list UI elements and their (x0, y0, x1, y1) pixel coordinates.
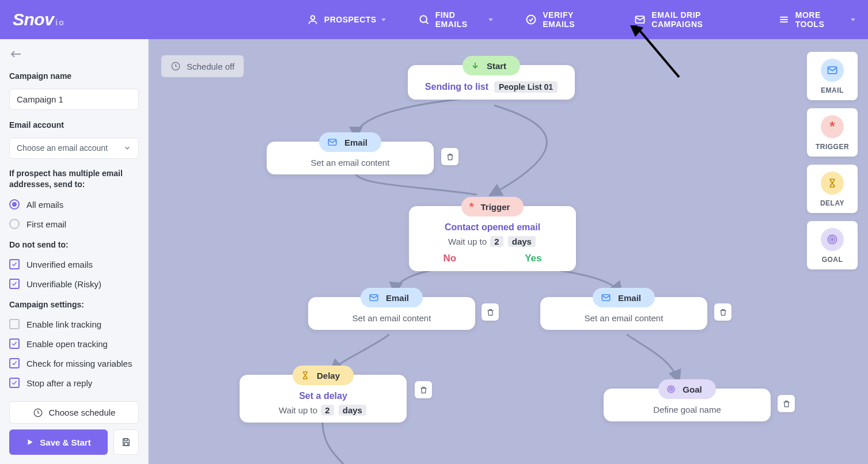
menu-icon (778, 14, 790, 25)
node-header-delay: Delay (293, 366, 354, 385)
check-label: Check for missing variables (26, 359, 132, 368)
mail-icon (601, 292, 611, 303)
node-email-1[interactable]: Email Set an email content (267, 142, 434, 174)
trash-icon (719, 308, 727, 317)
nav-items: PROSPECTS FIND EMAILS VERIFY EMAILS EMAI… (307, 10, 855, 29)
choose-schedule-label: Choose schedule (49, 408, 116, 417)
logo[interactable]: Snovio (13, 10, 65, 29)
check-unverified[interactable]: Unverified emails (9, 257, 139, 271)
check-label: Unverified emails (26, 260, 93, 269)
svg-point-19 (670, 389, 672, 390)
trash-email-3[interactable] (714, 303, 731, 321)
caret-icon (381, 18, 386, 21)
trash-icon (486, 308, 495, 317)
trigger-wait-prefix: Wait up to (448, 237, 487, 246)
node-header-label: Email (386, 293, 409, 303)
check-circle-icon (525, 14, 537, 25)
svg-point-23 (832, 239, 833, 241)
toolbox: EMAIL * TRIGGER DELAY GOAL (807, 52, 858, 269)
person-icon (307, 14, 319, 25)
svg-point-1 (420, 16, 427, 22)
node-start-list: People List 01 (494, 81, 558, 93)
delay-wait-unit: days (339, 405, 366, 416)
check-open-tracking[interactable]: Enable open tracking (9, 337, 139, 351)
check-missing-vars[interactable]: Check for missing variables (9, 356, 139, 370)
check-unverifiable[interactable]: Unverifiable (Risky) (9, 277, 139, 291)
tool-goal[interactable]: GOAL (807, 221, 858, 269)
arrow-down-icon (471, 61, 480, 70)
trash-delay[interactable] (415, 381, 432, 398)
check-label: Unverifiable (Risky) (26, 279, 101, 289)
nav-verify-emails[interactable]: VERIFY EMAILS (525, 10, 602, 29)
trigger-wait-value: 2 (490, 236, 503, 247)
node-delay[interactable]: Delay Set a delay Wait up to 2 days (240, 375, 407, 423)
node-start[interactable]: Start Sending to list People List 01 (408, 65, 575, 100)
schedule-chip[interactable]: Schedule off (161, 55, 244, 77)
node-goal[interactable]: Goal Define goal name (604, 389, 771, 421)
trash-email-2[interactable] (482, 303, 499, 321)
tool-label: EMAIL (821, 86, 844, 94)
campaign-name-label: Campaign name (9, 71, 139, 81)
node-header-goal: Goal (658, 379, 715, 399)
choose-schedule-button[interactable]: Choose schedule (9, 401, 139, 424)
checkbox-icon (9, 358, 20, 368)
delay-wait-prefix: Wait up to (279, 405, 317, 415)
email-account-select[interactable]: Choose an email account (9, 138, 139, 159)
multi-email-label: If prospect has multiple email addresses… (9, 168, 139, 190)
nav-drip-campaigns[interactable]: EMAIL DRIP CAMPAIGNS (634, 10, 745, 29)
node-email-body: Set an email content (352, 313, 431, 323)
trash-icon (782, 400, 791, 408)
radio-first-email[interactable]: First email (9, 217, 139, 231)
checkbox-icon (9, 279, 20, 289)
check-link-tracking[interactable]: Enable link tracking (9, 317, 139, 331)
check-label: Enable link tracking (26, 320, 101, 329)
back-arrow[interactable] (9, 47, 23, 61)
checkbox-icon (9, 378, 20, 388)
save-button[interactable] (113, 429, 139, 455)
trash-goal[interactable] (778, 395, 795, 412)
tool-trigger[interactable]: * TRIGGER (807, 108, 858, 157)
trash-icon (419, 386, 428, 394)
node-email-body: Set an email content (585, 313, 664, 323)
asterisk-icon: * (469, 201, 474, 212)
check-stop-reply[interactable]: Stop after a reply (9, 376, 139, 390)
caret-icon (488, 18, 493, 21)
tool-label: GOAL (822, 256, 843, 264)
top-navbar: Snovio PROSPECTS FIND EMAILS VERIFY EMAI… (0, 0, 868, 39)
node-header-start: Start (463, 56, 520, 75)
tool-email[interactable]: EMAIL (807, 52, 858, 100)
delay-wait-value: 2 (321, 405, 333, 416)
node-header-label: Email (618, 293, 641, 303)
trash-email-1[interactable] (441, 148, 458, 165)
save-start-label: Save & Start (40, 438, 90, 447)
tool-label: DELAY (820, 199, 844, 207)
target-icon (821, 228, 844, 251)
node-email-3[interactable]: Email Set an email content (540, 297, 707, 330)
radio-all-emails[interactable]: All emails (9, 197, 139, 211)
svg-line-2 (426, 21, 428, 24)
nav-find-emails[interactable]: FIND EMAILS (418, 10, 494, 29)
sidebar: Campaign name Email account Choose an em… (0, 39, 149, 464)
asterisk-icon: * (821, 115, 844, 138)
node-email-2[interactable]: Email Set an email content (308, 297, 475, 330)
trash-icon (446, 153, 454, 161)
nav-more-tools[interactable]: MORE TOOLS (778, 10, 855, 29)
email-account-label: Email account (9, 120, 139, 130)
checkbox-icon (9, 319, 20, 329)
clock-icon (33, 408, 43, 418)
campaign-name-input[interactable] (9, 89, 139, 110)
svg-point-0 (310, 16, 314, 20)
nav-prospects[interactable]: PROSPECTS (307, 14, 386, 25)
trigger-no: No (444, 253, 457, 264)
node-trigger[interactable]: * Trigger Contact opened email Wait up t… (409, 206, 576, 271)
delay-wait: Wait up to 2 days (279, 405, 367, 416)
mail-icon (327, 137, 338, 147)
radio-label: First email (26, 219, 66, 229)
save-start-button[interactable]: Save & Start (9, 429, 108, 455)
schedule-chip-label: Schedule off (187, 62, 234, 71)
node-header-trigger: * Trigger (461, 197, 524, 216)
logo-main: Snov (13, 10, 54, 29)
tool-delay[interactable]: DELAY (807, 165, 858, 213)
canvas[interactable]: Schedule off (149, 39, 868, 464)
nav-label: PROSPECTS (324, 15, 377, 24)
